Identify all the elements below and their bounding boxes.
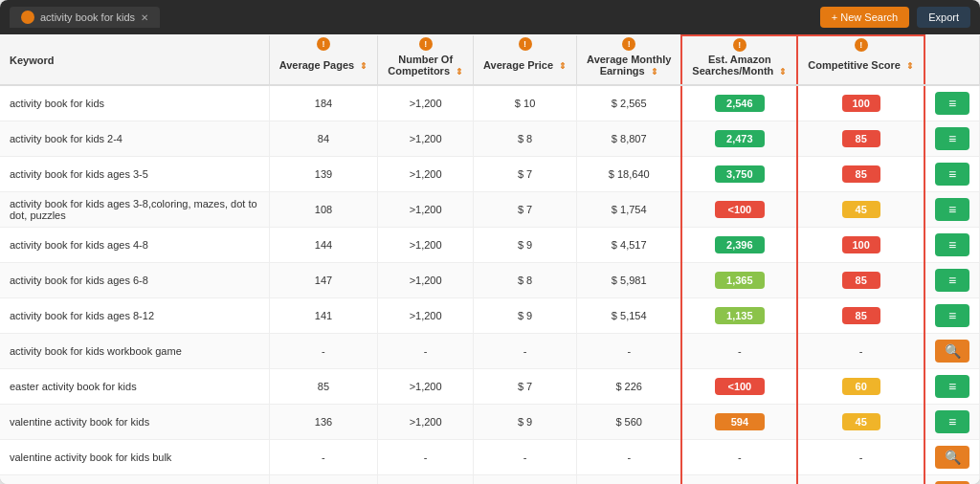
cell-num-competitors: >1,200 xyxy=(378,121,474,157)
cell-est-searches: 3,750 xyxy=(681,157,797,192)
cell-competitive-score: 85 xyxy=(797,157,924,192)
table-row: activity book for kids 2-484>1,200$ 8$ 8… xyxy=(0,121,980,157)
view-list-button[interactable]: ≡ xyxy=(935,269,969,292)
cell-action: ≡ xyxy=(924,369,980,405)
view-list-button[interactable]: ≡ xyxy=(935,375,969,398)
table-header-row: Keyword ! Average Pages ⇕ ! Number OfCom… xyxy=(0,35,980,85)
searches-badge: 3,750 xyxy=(715,165,765,183)
table-row: activity book for kids ages 3-5139>1,200… xyxy=(0,157,980,192)
col-header-est-searches[interactable]: ! Est. AmazonSearches/Month ⇕ xyxy=(681,35,797,85)
cell-competitive-score: 85 xyxy=(797,263,924,298)
cell-avg-monthly-earnings: - xyxy=(577,475,682,484)
cell-est-searches: - xyxy=(681,334,797,369)
view-list-button[interactable]: ≡ xyxy=(935,198,969,221)
export-button[interactable]: Export xyxy=(917,7,970,28)
cell-action: ≡ xyxy=(924,298,980,334)
tab-close-icon[interactable]: ✕ xyxy=(141,12,148,23)
cell-avg-price: $ 9 xyxy=(474,405,577,440)
view-list-button[interactable]: ≡ xyxy=(935,127,969,150)
searches-badge: 2,546 xyxy=(715,95,765,112)
cell-avg-price: - xyxy=(474,440,577,475)
cell-est-searches: 1,365 xyxy=(681,263,797,298)
cell-avg-price: - xyxy=(474,475,577,484)
cell-competitive-score: 100 xyxy=(797,228,924,263)
cell-keyword: activity book for kids 2-4 xyxy=(0,121,269,157)
score-badge: 45 xyxy=(842,413,880,430)
cell-est-searches: - xyxy=(681,440,797,475)
view-list-button[interactable]: ≡ xyxy=(935,233,969,256)
table-row: valentine activity book for kids136>1,20… xyxy=(0,405,980,440)
cell-num-competitors: >1,200 xyxy=(378,157,474,192)
cell-avg-pages: 147 xyxy=(269,263,378,298)
search-button[interactable]: 🔍 xyxy=(935,446,969,469)
info-icon-comp-score: ! xyxy=(855,38,868,52)
cell-keyword: activity book for kids workbook game xyxy=(0,334,269,369)
search-button[interactable]: 🔍 xyxy=(935,340,969,363)
info-icon-avg-pages: ! xyxy=(317,37,330,51)
table-container[interactable]: Keyword ! Average Pages ⇕ ! Number OfCom… xyxy=(0,34,980,484)
cell-avg-monthly-earnings: - xyxy=(577,440,682,475)
score-badge: 85 xyxy=(842,130,880,147)
view-list-button[interactable]: ≡ xyxy=(935,92,969,115)
col-header-avg-price[interactable]: ! Average Price ⇕ xyxy=(474,35,577,85)
col-header-avg-pages[interactable]: ! Average Pages ⇕ xyxy=(269,35,378,85)
cell-competitive-score: 60 xyxy=(797,369,924,405)
cell-avg-monthly-earnings: $ 1,754 xyxy=(577,192,682,228)
cell-avg-monthly-earnings: $ 2,565 xyxy=(577,85,682,121)
score-badge: 85 xyxy=(842,272,880,289)
cell-avg-price: $ 7 xyxy=(474,369,577,405)
cell-competitive-score: - xyxy=(797,475,924,484)
col-header-avg-monthly-earnings[interactable]: ! Average MonthlyEarnings ⇕ xyxy=(577,35,682,85)
cell-keyword: activity book for kids color, write, xyxy=(0,475,269,484)
cell-keyword: valentine activity book for kids xyxy=(0,405,269,440)
cell-avg-pages: 144 xyxy=(269,228,378,263)
cell-competitive-score: 45 xyxy=(797,192,924,228)
cell-competitive-score: - xyxy=(797,440,924,475)
cell-avg-pages: 85 xyxy=(269,369,378,405)
export-label: Export xyxy=(928,11,959,23)
sort-icon-comp-score: ⇕ xyxy=(906,61,914,71)
cell-keyword: activity book for kids ages 4-8 xyxy=(0,228,269,263)
sort-icon-avg-pages: ⇕ xyxy=(360,61,368,71)
view-list-button[interactable]: ≡ xyxy=(935,304,969,327)
cell-num-competitors: >1,200 xyxy=(378,298,474,334)
cell-competitive-score: 85 xyxy=(797,121,924,157)
cell-keyword: activity book for kids ages 6-8 xyxy=(0,263,269,298)
cell-avg-price: $ 10 xyxy=(474,85,577,121)
cell-avg-pages: 184 xyxy=(269,85,378,121)
cell-num-competitors: - xyxy=(378,334,474,369)
cell-avg-monthly-earnings: - xyxy=(577,334,682,369)
title-bar: activity book for kids ✕ + New Search Ex… xyxy=(0,0,980,34)
col-header-keyword: Keyword xyxy=(0,35,269,85)
col-header-action xyxy=(924,35,980,85)
col-header-num-competitors[interactable]: ! Number OfCompetitors ⇕ xyxy=(378,35,474,85)
cell-num-competitors: >1,200 xyxy=(378,405,474,440)
tab-icon xyxy=(21,11,34,24)
table-row: activity book for kids workbook game----… xyxy=(0,334,980,369)
new-search-button[interactable]: + New Search xyxy=(820,7,909,28)
info-icon-est-searches: ! xyxy=(733,38,746,52)
cell-avg-pages: 139 xyxy=(269,157,378,192)
cell-avg-monthly-earnings: $ 18,640 xyxy=(577,157,682,192)
cell-avg-pages: 136 xyxy=(269,405,378,440)
cell-competitive-score: - xyxy=(797,334,924,369)
view-list-button[interactable]: ≡ xyxy=(935,410,969,433)
cell-est-searches: <100 xyxy=(681,192,797,228)
cell-competitive-score: 45 xyxy=(797,405,924,440)
tab-area: activity book for kids ✕ xyxy=(10,7,160,28)
searches-badge: <100 xyxy=(715,201,765,218)
cell-est-searches: - xyxy=(681,475,797,484)
cell-avg-price: $ 7 xyxy=(474,157,577,192)
cell-avg-monthly-earnings: $ 5,154 xyxy=(577,298,682,334)
keyword-tab[interactable]: activity book for kids ✕ xyxy=(10,7,160,28)
cell-est-searches: <100 xyxy=(681,369,797,405)
col-header-competitive-score[interactable]: ! Competitive Score ⇕ xyxy=(797,35,924,85)
main-window: activity book for kids ✕ + New Search Ex… xyxy=(0,0,980,484)
cell-action: ≡ xyxy=(924,85,980,121)
cell-avg-price: $ 7 xyxy=(474,192,577,228)
view-list-button[interactable]: ≡ xyxy=(935,163,969,186)
sort-icon-avg-earnings: ⇕ xyxy=(651,67,658,77)
tab-label: activity book for kids xyxy=(40,11,135,23)
cell-keyword: activity book for kids xyxy=(0,85,269,121)
table-row: activity book for kids184>1,200$ 10$ 2,5… xyxy=(0,85,980,121)
